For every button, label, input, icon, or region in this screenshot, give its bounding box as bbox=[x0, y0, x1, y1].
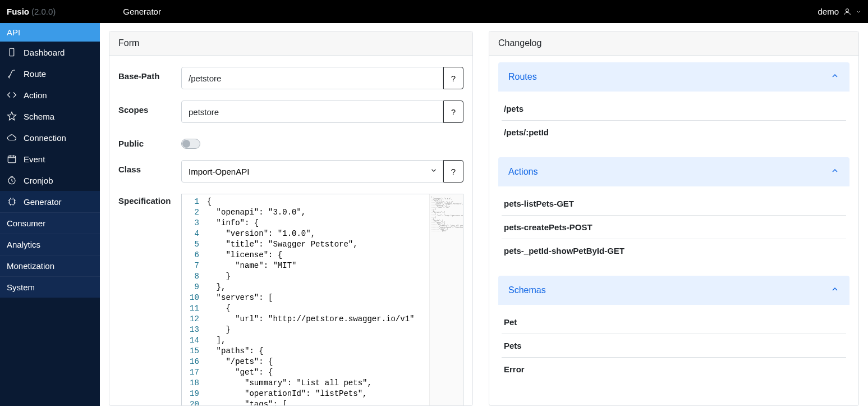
page-title: Generator bbox=[123, 7, 161, 16]
sidebar-item-schema[interactable]: Schema bbox=[0, 106, 100, 127]
cloud-icon bbox=[7, 133, 17, 143]
sidebar-item-label: Event bbox=[24, 154, 45, 164]
calendar-icon bbox=[7, 154, 17, 164]
changelog-item: pets-_petId-showPetById-GET bbox=[502, 239, 846, 262]
sidebar-group-system[interactable]: System bbox=[0, 276, 100, 298]
changelog-panel-title: Changelog bbox=[489, 31, 858, 56]
form-panel-title: Form bbox=[109, 31, 472, 56]
sidebar-item-label: Schema bbox=[24, 112, 54, 121]
brand-version: (2.0.0) bbox=[31, 7, 56, 16]
accordion-title: Schemas bbox=[508, 285, 546, 295]
chip-icon bbox=[7, 197, 17, 207]
sidebar-item-label: Generator bbox=[24, 197, 62, 207]
clock-icon bbox=[7, 175, 17, 185]
changelog-panel: Changelog Routes/pets/pets/:petIdActions… bbox=[489, 31, 859, 406]
main: Form Base-Path ? Scopes ? bbox=[100, 23, 868, 406]
accordion-header-schemas[interactable]: Schemas bbox=[498, 276, 849, 305]
accordion-header-actions[interactable]: Actions bbox=[498, 157, 849, 186]
public-label: Public bbox=[118, 134, 181, 148]
svg-rect-1 bbox=[10, 48, 14, 56]
route-icon bbox=[7, 69, 17, 79]
sidebar-group-analytics[interactable]: Analytics bbox=[0, 234, 100, 255]
changelog-item: pets-createPets-POST bbox=[502, 216, 846, 239]
sidebar-item-label: Dashboard bbox=[24, 48, 65, 57]
class-help-button[interactable]: ? bbox=[443, 160, 463, 183]
sidebar-item-label: Route bbox=[24, 69, 46, 79]
sidebar-item-connection[interactable]: Connection bbox=[0, 127, 100, 148]
sidebar-item-generator[interactable]: Generator bbox=[0, 191, 100, 212]
spec-label: Specification bbox=[118, 194, 181, 206]
basepath-input[interactable] bbox=[181, 67, 443, 89]
editor-gutter: 123456789101112131415161718192021 bbox=[182, 194, 205, 405]
star-icon bbox=[7, 111, 17, 121]
user-menu[interactable]: demo bbox=[818, 7, 861, 17]
chevron-up-icon bbox=[830, 166, 839, 177]
sidebar: API DashboardRouteActionSchemaConnection… bbox=[0, 23, 100, 406]
sidebar-group-consumer[interactable]: Consumer bbox=[0, 212, 100, 234]
changelog-item: /pets bbox=[502, 97, 846, 121]
chevron-up-icon bbox=[830, 71, 839, 83]
sidebar-item-route[interactable]: Route bbox=[0, 63, 100, 84]
editor-minimap[interactable]: {.."openapi":."3.0.0",.."info":.{...."ve… bbox=[429, 194, 463, 405]
sidebar-item-action[interactable]: Action bbox=[0, 84, 100, 106]
public-toggle[interactable] bbox=[181, 139, 200, 149]
changelog-item: /pets/:petId bbox=[502, 121, 846, 144]
chevron-up-icon bbox=[830, 285, 839, 296]
accordion-title: Actions bbox=[508, 167, 538, 177]
accordion-title: Routes bbox=[508, 72, 537, 82]
sidebar-item-label: Action bbox=[24, 90, 47, 100]
user-name: demo bbox=[818, 7, 839, 16]
basepath-label: Base-Path bbox=[118, 67, 181, 81]
caret-down-icon bbox=[856, 7, 861, 16]
topbar: Fusio (2.0.0) Generator demo bbox=[0, 0, 868, 23]
scopes-help-button[interactable]: ? bbox=[443, 101, 463, 123]
svg-point-0 bbox=[846, 8, 848, 11]
spec-editor[interactable]: 123456789101112131415161718192021 { "ope… bbox=[181, 194, 463, 405]
changelog-item: Error bbox=[502, 358, 846, 381]
sidebar-item-label: Connection bbox=[24, 133, 66, 143]
accordion-header-routes[interactable]: Routes bbox=[498, 62, 849, 92]
editor-code[interactable]: { "openapi": "3.0.0", "info": { "version… bbox=[205, 194, 429, 405]
svg-rect-2 bbox=[8, 156, 16, 163]
scopes-label: Scopes bbox=[118, 101, 181, 115]
svg-rect-4 bbox=[10, 199, 15, 204]
changelog-item: Pet bbox=[502, 311, 846, 334]
sidebar-group-monetization[interactable]: Monetization bbox=[0, 255, 100, 276]
class-label: Class bbox=[118, 160, 181, 174]
changelog-item: Pets bbox=[502, 334, 846, 358]
dashboard-icon bbox=[7, 47, 17, 57]
user-icon bbox=[842, 7, 852, 17]
scopes-input[interactable] bbox=[181, 101, 443, 123]
basepath-help-button[interactable]: ? bbox=[443, 67, 463, 89]
changelog-item: pets-listPets-GET bbox=[502, 192, 846, 216]
sidebar-item-dashboard[interactable]: Dashboard bbox=[0, 42, 100, 63]
sidebar-item-cronjob[interactable]: Cronjob bbox=[0, 170, 100, 191]
class-select[interactable]: Import-OpenAPI bbox=[181, 160, 443, 183]
brand-name: Fusio bbox=[7, 7, 29, 16]
sidebar-section-api[interactable]: API bbox=[0, 23, 100, 42]
sidebar-item-label: Cronjob bbox=[24, 176, 53, 185]
form-panel: Form Base-Path ? Scopes ? bbox=[109, 31, 473, 406]
sidebar-item-event[interactable]: Event bbox=[0, 148, 100, 170]
code-icon bbox=[7, 90, 17, 100]
